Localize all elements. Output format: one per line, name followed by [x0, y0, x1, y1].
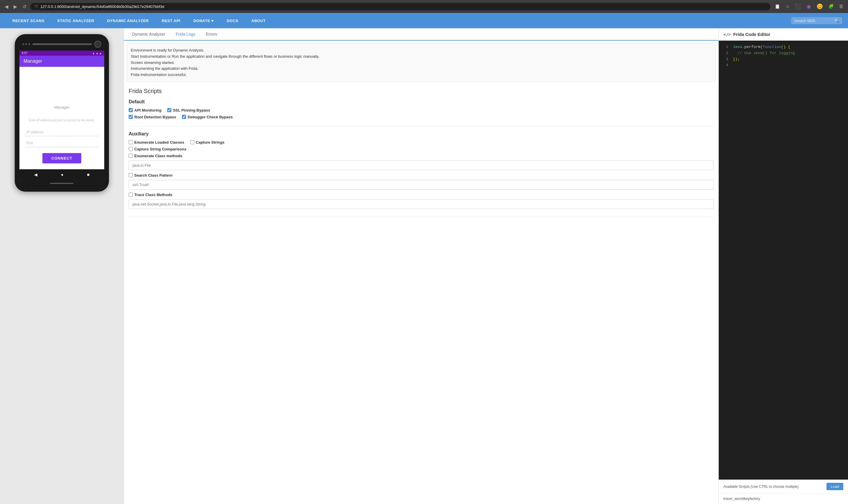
phone-screen: 6:57 ▲▲▲ Manager Manager Enter IP addres…	[19, 51, 104, 180]
capture-comparisons-checkbox[interactable]	[129, 147, 133, 151]
class-input-field[interactable]	[129, 160, 714, 170]
extensions-icon[interactable]: 🧩	[827, 3, 835, 10]
phone-app-bar: Manager	[19, 56, 104, 67]
code-editor[interactable]: 1 Java.perform(function() { 2 // Use sen…	[719, 41, 848, 480]
trace-methods-item: Trace Class Methods	[129, 193, 172, 197]
nav-dynamic-analyzer[interactable]: DYNAMIC ANALYZER	[101, 13, 155, 28]
phone-back-icon: ◀	[34, 172, 37, 177]
search-class-label: Search Class Pattern	[134, 173, 173, 178]
phone-top	[19, 39, 104, 50]
enumerate-methods-checkbox[interactable]	[129, 154, 133, 158]
root-detection-item: Root Detection Bypass	[129, 115, 176, 119]
load-button[interactable]: Load	[827, 483, 843, 490]
auxiliary-row-3: Enumerate Class methods	[129, 154, 714, 158]
enumerate-methods-item: Enumerate Class methods	[129, 154, 182, 158]
phone-home-icon: ●	[61, 172, 63, 177]
capture-strings-checkbox[interactable]	[190, 140, 194, 144]
phone-ip-input[interactable]	[25, 128, 98, 136]
star-icon[interactable]: ☆	[784, 3, 791, 10]
root-detection-checkbox[interactable]	[129, 115, 133, 119]
line-num-4: 4	[722, 62, 728, 69]
search-class-input[interactable]	[129, 180, 714, 190]
tab-dynamic-analyzer[interactable]: Dynamic Analyzer	[127, 28, 170, 41]
phone-port-input[interactable]	[25, 139, 98, 147]
line-num-3: 3	[722, 56, 728, 63]
api-monitoring-label: API Monitoring	[134, 108, 161, 112]
capture-strings-label: Capture Strings	[196, 140, 225, 145]
trace-input-field[interactable]	[129, 199, 714, 209]
editor-header: </> Frida Code Editor	[719, 28, 848, 41]
forward-button[interactable]: ▶	[12, 3, 18, 11]
api-monitoring-checkbox[interactable]	[129, 108, 133, 112]
editor-title-text: Frida Code Editor	[733, 32, 770, 37]
trace-methods-label: Trace Class Methods	[134, 193, 172, 197]
log-area: Environment is ready for Dynamic Analysi…	[127, 43, 716, 82]
root-detection-label: Root Detection Bypass	[134, 115, 176, 119]
url-input[interactable]	[40, 4, 766, 9]
search-input[interactable]	[794, 19, 832, 23]
phone-bottom	[19, 180, 104, 187]
script-item-1[interactable]: tracer_secretkeyfactory	[723, 496, 843, 502]
middle-panel: Dynamic Analyzer Frida Logs Errors Envir…	[124, 28, 719, 504]
main-content: 6:57 ▲▲▲ Manager Manager Enter IP addres…	[0, 28, 848, 504]
auxiliary-scripts-group: Auxiliary Enumerate Loaded Classes Captu…	[129, 131, 714, 217]
phone-connect-button[interactable]: CONNECT	[42, 153, 81, 163]
code-line-1: 1 Java.perform(function() {	[722, 44, 845, 50]
refresh-button[interactable]: ↺	[21, 3, 28, 11]
nav-docs[interactable]: DOCS	[220, 13, 245, 28]
line-content-3: });	[733, 56, 740, 63]
log-line-4: Instrumenting the application with Frida…	[131, 66, 712, 72]
trace-methods-checkbox[interactable]	[129, 193, 133, 197]
editor-title-icon: </>	[723, 32, 731, 37]
nav-search: 🔍	[791, 17, 842, 24]
nav-donate[interactable]: DONATE ♥	[187, 13, 220, 28]
ssl-pinning-label: SSL Pinning Bypass	[173, 108, 210, 112]
line-num-2: 2	[722, 50, 728, 56]
phone-manager-label: Manager	[54, 105, 69, 109]
phone-hint-text: Enter IP address and port to connect to …	[29, 118, 94, 123]
browser-chrome: ◀ ▶ ↺ 🛡 📋 ☆ ⬛ ◉ 😊 🧩 ☰	[0, 0, 848, 13]
capture-strings-item: Capture Strings	[190, 140, 225, 145]
api-monitoring-item: API Monitoring	[129, 108, 161, 112]
code-line-2: 2 // Use send() for logging	[722, 50, 845, 56]
back-button[interactable]: ◀	[3, 3, 10, 11]
phone-panel: 6:57 ▲▲▲ Manager Manager Enter IP addres…	[0, 28, 124, 504]
capture-comparisons-label: Capture String Comparisons	[134, 147, 186, 151]
bookmark-icon[interactable]: 📋	[773, 3, 782, 10]
phone-square-icon: ■	[87, 172, 90, 177]
default-title: Default	[129, 99, 714, 105]
tab-frida-logs[interactable]: Frida Logs	[170, 28, 200, 41]
enumerate-loaded-label: Enumerate Loaded Classes	[134, 140, 184, 145]
code-line-3: 3 });	[722, 56, 845, 63]
nav-rest-api[interactable]: REST API	[155, 13, 187, 28]
tab-errors[interactable]: Errors	[200, 28, 222, 41]
tabs-header: Dynamic Analyzer Frida Logs Errors	[124, 28, 719, 41]
pocket-icon[interactable]: ⬛	[793, 2, 802, 11]
editor-footer: Available Scripts (Use CTRL to choose mu…	[719, 480, 848, 493]
phone-bottom-bar	[50, 183, 74, 184]
camera-icon	[94, 41, 101, 48]
profile-icon[interactable]: ◉	[805, 2, 813, 11]
ssl-pinning-item: SSL Pinning Bypass	[167, 108, 210, 112]
address-bar: 🛡	[30, 3, 770, 10]
speaker-dots	[22, 43, 30, 45]
nav-static-analyzer[interactable]: STATIC ANALYZER	[51, 13, 101, 28]
shield-icon: 🛡	[34, 4, 38, 8]
default-row-1: API Monitoring SSL Pinning Bypass	[129, 108, 714, 112]
nav-about[interactable]: ABOUT	[245, 13, 272, 28]
phone-time: 6:57	[22, 52, 28, 55]
auxiliary-row-1: Enumerate Loaded Classes Capture Strings	[129, 140, 714, 145]
nav-recent-scans[interactable]: RECENT SCANS	[6, 13, 51, 28]
line-content-1: Java.perform(function() {	[733, 44, 790, 50]
avatar-icon[interactable]: 😊	[815, 2, 825, 11]
menu-icon[interactable]: ☰	[838, 3, 845, 10]
search-class-checkbox[interactable]	[129, 173, 133, 177]
phone-nav-bar: ◀ ● ■	[19, 169, 104, 180]
nav-bar: RECENT SCANS STATIC ANALYZER DYNAMIC ANA…	[0, 13, 848, 28]
ssl-pinning-checkbox[interactable]	[167, 108, 172, 112]
enumerate-loaded-checkbox[interactable]	[129, 140, 133, 144]
scripts-list: tracer_secretkeyfactory	[719, 493, 848, 504]
line-num-1: 1	[722, 44, 728, 50]
auxiliary-row-5: Trace Class Methods	[129, 193, 714, 197]
debugger-check-checkbox[interactable]	[182, 115, 186, 119]
